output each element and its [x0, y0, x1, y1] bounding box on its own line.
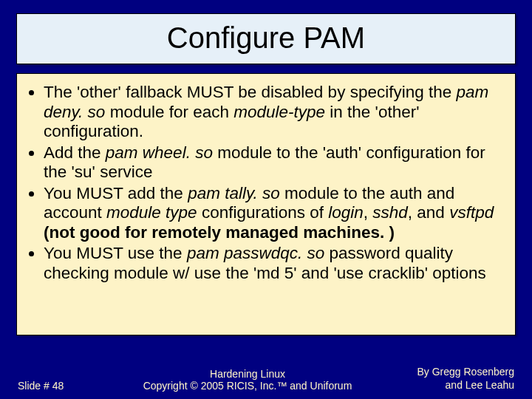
text-italic: pam passwdqc. so: [187, 244, 324, 262]
text: Add the: [44, 143, 106, 162]
slide: Configure PAM The 'other' fallback MUST …: [0, 0, 532, 399]
body-box: The 'other' fallback MUST be disabled by…: [16, 73, 516, 335]
footer-center: Hardening Linux Copyright © 2005 RICIS, …: [106, 368, 389, 392]
text-italic: pam tally. so: [188, 184, 280, 202]
text-italic: vsftpd: [449, 203, 494, 222]
text: , and: [408, 203, 449, 222]
footer-right-line2: and Lee Leahu: [389, 379, 514, 392]
text-italic: pam wheel. so: [106, 143, 213, 162]
bullet-4: You MUST use the pam passwdqc. so passwo…: [44, 244, 502, 283]
text-italic: module type: [106, 203, 197, 222]
footer-center-line2: Copyright © 2005 RICIS, Inc.™ and Unifor…: [106, 380, 389, 392]
text: ,: [364, 203, 373, 222]
text-italic: module-type: [233, 103, 325, 121]
bullet-list: The 'other' fallback MUST be disabled by…: [27, 83, 502, 283]
text: configurations of: [197, 203, 329, 222]
footer-right-line1: By Gregg Rosenberg: [389, 366, 514, 379]
text: module for each: [105, 103, 233, 121]
footer-center-line1: Hardening Linux: [106, 368, 389, 380]
title-box: Configure PAM: [16, 13, 516, 64]
footer-right: By Gregg Rosenberg and Lee Leahu: [389, 366, 514, 392]
text: The 'other' fallback MUST be disabled by…: [44, 83, 456, 101]
text-italic: sshd: [372, 203, 408, 222]
footer-left: Slide # 48: [18, 380, 106, 392]
slide-title: Configure PAM: [17, 21, 515, 55]
bullet-2: Add the pam wheel. so module to the 'aut…: [44, 143, 502, 183]
bullet-1: The 'other' fallback MUST be disabled by…: [44, 83, 502, 142]
text: You MUST use the: [44, 244, 187, 262]
text-bold: (not good for remotely managed machines.…: [44, 223, 395, 242]
footer: Slide # 48 Hardening Linux Copyright © 2…: [0, 366, 532, 392]
text: You MUST add the: [44, 184, 188, 202]
bullet-3: You MUST add the pam tally. so module to…: [44, 184, 502, 243]
text-italic: login: [328, 203, 364, 222]
